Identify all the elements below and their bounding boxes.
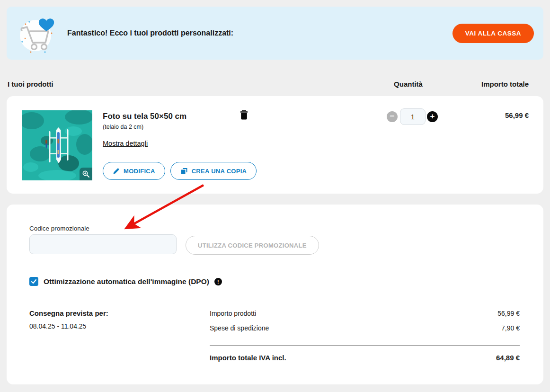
info-icon[interactable]: ! bbox=[214, 278, 222, 285]
product-actions: MODIFICA CREA UNA COPIA bbox=[103, 162, 257, 180]
summary-divider bbox=[210, 345, 520, 346]
dpo-label: Ottimizzazione automatica dell'immagine … bbox=[44, 277, 209, 286]
checkout-button[interactable]: VAI ALLA CASSA bbox=[452, 24, 534, 43]
delivery-dates: 08.04.25 - 11.04.25 bbox=[29, 322, 86, 330]
summary-total-value: 64,89 € bbox=[496, 354, 520, 362]
edit-button-label: MODIFICA bbox=[124, 168, 155, 175]
quantity-column-header: Quantità bbox=[372, 80, 445, 88]
delivery-title: Consegna prevista per: bbox=[29, 309, 108, 317]
quantity-decrease-button[interactable]: − bbox=[387, 111, 398, 122]
cart-success-banner: Fantastico! Ecco i tuoi prodotti persona… bbox=[7, 7, 543, 60]
order-summary: Importo prodotti 56,99 € Spese di spediz… bbox=[210, 310, 520, 362]
promo-code-label: Codice promozionale bbox=[29, 225, 89, 232]
show-details-link[interactable]: Mostra dettagli bbox=[103, 140, 148, 147]
dpo-option-row[interactable]: Ottimizzazione automatica dell'immagine … bbox=[29, 277, 222, 286]
summary-row-shipping: Spese di spedizione 7,90 € bbox=[210, 324, 520, 339]
summary-total-row: Importo totale IVA incl. 64,89 € bbox=[210, 354, 520, 362]
summary-row-products: Importo prodotti 56,99 € bbox=[210, 310, 520, 324]
quantity-input[interactable] bbox=[400, 108, 426, 125]
create-copy-button[interactable]: CREA UNA COPIA bbox=[170, 162, 257, 180]
summary-label: Importo prodotti bbox=[210, 310, 256, 324]
product-card: Foto su tela 50×50 cm (telaio da 2 cm) M… bbox=[7, 96, 543, 194]
product-title: Foto su tela 50×50 cm bbox=[103, 112, 186, 121]
dpo-checkbox[interactable] bbox=[29, 277, 38, 286]
cart-heart-icon bbox=[18, 14, 56, 56]
delete-item-icon[interactable] bbox=[238, 109, 249, 122]
product-subtitle: (telaio da 2 cm) bbox=[103, 124, 143, 130]
banner-message: Fantastico! Ecco i tuoi prodotti persona… bbox=[67, 7, 233, 60]
quantity-increase-button[interactable]: + bbox=[427, 111, 438, 122]
copy-icon bbox=[180, 167, 188, 175]
apply-promo-button[interactable]: UTILIZZA CODICE PROMOZIONALE bbox=[186, 236, 319, 255]
item-total-price: 56,99 € bbox=[505, 111, 529, 119]
edit-button[interactable]: MODIFICA bbox=[103, 162, 165, 180]
checkout-summary-card: Codice promozionale UTILIZZA CODICE PROM… bbox=[7, 205, 543, 384]
copy-button-label: CREA UNA COPIA bbox=[192, 168, 247, 175]
summary-value: 7,90 € bbox=[501, 324, 520, 339]
zoom-in-icon[interactable] bbox=[80, 168, 92, 180]
summary-total-label: Importo totale IVA incl. bbox=[210, 354, 286, 362]
summary-value: 56,99 € bbox=[497, 310, 520, 324]
total-column-header: Importo totale bbox=[481, 80, 529, 88]
summary-label: Spese di spedizione bbox=[210, 324, 269, 339]
product-thumbnail[interactable] bbox=[22, 110, 92, 180]
promo-code-input[interactable] bbox=[29, 234, 177, 254]
pencil-icon bbox=[113, 168, 120, 175]
products-section-title: I tuoi prodotti bbox=[8, 80, 53, 88]
